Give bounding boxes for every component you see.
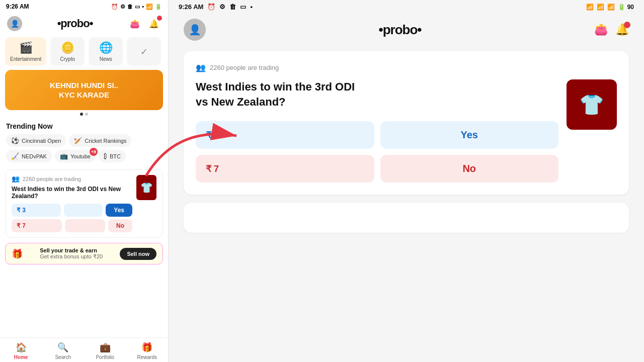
home-label: Home (14, 354, 28, 360)
dot-1 (80, 113, 83, 116)
right-signal1-icon: 📶 (597, 4, 604, 11)
cincinnati-icon: ⚽ (11, 137, 19, 144)
settings-icon: ⚙ (120, 4, 125, 10)
trade-card-inner: 👥 2260 people are trading West Indies to… (12, 175, 156, 232)
cat-entertainment[interactable]: 🎬 Entertainment (5, 37, 46, 66)
nedvpak-icon: 🏑 (11, 152, 19, 160)
header-icons: 👛 🔔 (128, 17, 161, 31)
right-signal2-icon: 📶 (607, 4, 615, 11)
trade-people: 2260 people are trading (23, 176, 81, 182)
no-button[interactable]: No (380, 155, 559, 183)
option-row-no: ₹ 7 No (12, 219, 132, 232)
bottom-nav: 🏠 Home 🔍 Search 💼 Portfolio 🎁 Rewards (0, 337, 168, 362)
entertainment-icon: 🎬 (19, 41, 33, 54)
promo-text: Sell your trade & earn Get extra bonus u… (40, 247, 103, 260)
trending-section: Trending Now ⚽ Cincinnati Open 🏏 Cricket… (0, 118, 168, 166)
options-grid: ₹ 3 Yes ₹ 7 No (196, 121, 558, 183)
q-meta: 👥 2260 people are trading (196, 63, 617, 72)
bottom-promo: 🎁 Sell your trade & earn Get extra bonus… (5, 243, 163, 264)
notification-icon[interactable]: 🔔 (147, 17, 161, 31)
status-bar: 9:26 AM ⏰ ⚙ 🗑 ▭ • 📶 🔋 (0, 0, 168, 13)
right-status-left: 9:26 AM ⏰ ⚙ 🗑 ▭ • (179, 3, 253, 11)
tag-nedvpak[interactable]: 🏑 NEDvPAK (6, 150, 52, 162)
trade-content: 👥 2260 people are trading West Indies to… (12, 175, 132, 232)
no-btn[interactable]: No (108, 219, 132, 232)
nav-search[interactable]: 🔍 Search (42, 342, 85, 360)
btc-label: BTC (110, 153, 121, 159)
avatar[interactable]: 👤 (7, 16, 22, 31)
trending-title: Trending Now (6, 122, 162, 130)
right-dot: • (250, 3, 253, 11)
yes-button[interactable]: Yes (380, 121, 559, 149)
wifi-icon: 📶 (146, 4, 153, 10)
right-status-bar: 9:26 AM ⏰ ⚙ 🗑 ▭ • 📶 📶 📶 🔋 90 (169, 0, 644, 14)
q-people-icon: 👥 (196, 63, 206, 72)
yes-btn[interactable]: Yes (106, 204, 132, 217)
no-price-btn[interactable]: ₹ 7 (12, 219, 62, 232)
dot-2 (85, 113, 88, 116)
portfolio-label: Portfolio (96, 354, 114, 360)
right-logo: •probo• (379, 22, 422, 38)
promo-banner[interactable]: KEHNDI HUNDI SI.. KYC KARADE (5, 70, 163, 110)
tag-btc[interactable]: ₿ BTC (99, 150, 126, 162)
cincinnati-label: Cincinnati Open (22, 138, 61, 144)
tag-cincinnati[interactable]: ⚽ Cincinnati Open (6, 134, 66, 147)
screen-icon: ▭ (135, 4, 140, 10)
sell-now-button[interactable]: Sell now (120, 248, 156, 260)
nav-home[interactable]: 🏠 Home (0, 342, 42, 360)
right-notif-wrap[interactable]: 🔔 (615, 23, 629, 36)
crypto-icon: 🪙 (61, 41, 74, 54)
right-alarm-icon: ⏰ (207, 3, 215, 11)
cricket-label: Cricket Rankings (85, 138, 126, 144)
right-wallet-icon[interactable]: 👛 (594, 23, 608, 37)
people-icon: 👥 (12, 175, 20, 183)
bottom-card (184, 203, 629, 233)
entertainment-label: Entertainment (10, 56, 41, 62)
option-row-yes: ₹ 3 Yes (12, 204, 132, 217)
youtube-label: Youtube (70, 153, 91, 159)
cricket-icon: 🏏 (74, 137, 82, 144)
right-avatar[interactable]: 👤 (184, 19, 206, 41)
right-screen-icon: ▭ (240, 3, 246, 11)
cat-crypto[interactable]: 🪙 Crypto (50, 37, 85, 66)
youtube-badge: +8 (90, 148, 98, 156)
no-price-display: ₹ 7 (196, 155, 374, 183)
nedvpak-label: NEDvPAK (22, 153, 47, 159)
q-text-area: West Indies to win the 3rd ODI vs New Ze… (196, 79, 558, 183)
yes-price-btn[interactable]: ₹ 3 (12, 204, 61, 217)
tag-cricket[interactable]: 🏏 Cricket Rankings (69, 134, 131, 147)
cat-news[interactable]: 🌐 News (89, 37, 123, 66)
promo-sub: Get extra bonus upto ₹20 (40, 253, 103, 260)
alarm-icon: ⏰ (111, 4, 118, 10)
right-header-icons: 👛 🔔 (594, 23, 629, 37)
news-icon: 🌐 (99, 41, 113, 54)
nav-portfolio[interactable]: 💼 Portfolio (84, 342, 126, 360)
trending-tags: ⚽ Cincinnati Open 🏏 Cricket Rankings 🏑 N… (6, 134, 162, 162)
q-people-count: 2260 people are trading (210, 64, 279, 71)
right-app-header: 👤 •probo• 👛 🔔 (169, 14, 644, 46)
promo-title: Sell your trade & earn (40, 247, 103, 253)
cat-more[interactable]: ✓ (127, 37, 161, 66)
battery-icon: 🔋 (155, 4, 162, 10)
right-panel: 9:26 AM ⏰ ⚙ 🗑 ▭ • 📶 📶 📶 🔋 90 👤 •probo• 👛… (169, 0, 644, 362)
search-label: Search (55, 354, 71, 360)
trade-question: West Indies to win the 3rd ODI vs New Ze… (12, 186, 132, 200)
app-header: 👤 •probo• 👛 🔔 (0, 13, 168, 35)
trade-card: 👥 2260 people are trading West Indies to… (5, 169, 163, 238)
tag-youtube[interactable]: 📺 Youtube +8 (55, 150, 96, 162)
portfolio-icon: 💼 (100, 342, 111, 353)
right-battery-icon: 🔋 90 (618, 4, 634, 11)
right-status-icons: 📶 📶 📶 🔋 90 (586, 4, 634, 11)
logo: •probo• (57, 17, 93, 30)
right-wifi-icon: 📶 (586, 4, 594, 11)
rewards-icon: 🎁 (141, 342, 152, 353)
dot-icon: • (142, 4, 144, 10)
crypto-label: Crypto (60, 56, 75, 62)
nav-rewards[interactable]: 🎁 Rewards (126, 342, 169, 360)
main-content: 👥 2260 people are trading West Indies to… (169, 46, 644, 362)
status-icons: ⏰ ⚙ 🗑 ▭ • 📶 🔋 (111, 4, 162, 10)
wallet-icon[interactable]: 👛 (128, 17, 142, 31)
right-status-time: 9:26 AM (179, 3, 203, 11)
gift-icon: 🎁 (12, 248, 23, 259)
delete-icon: 🗑 (127, 4, 133, 10)
